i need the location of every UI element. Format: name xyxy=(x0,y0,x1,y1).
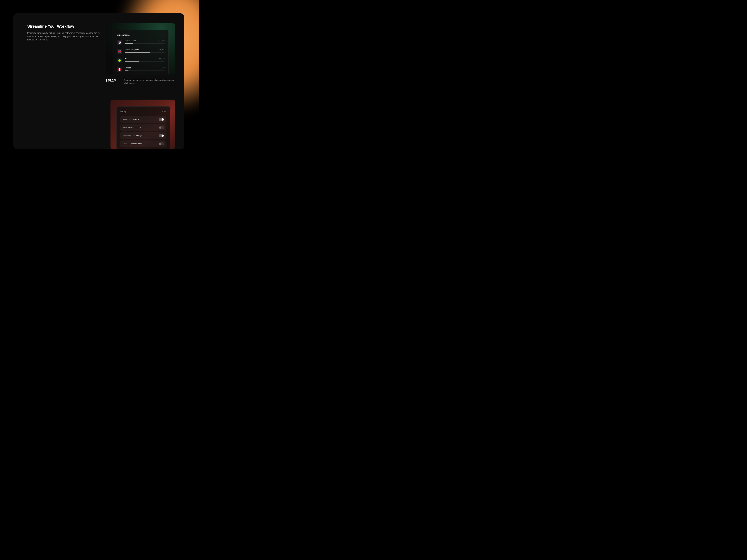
country-value: 12,234 xyxy=(159,40,165,42)
impressions-list: United States 12,234 United Kingdoms 114… xyxy=(117,40,165,72)
progress-bar xyxy=(125,71,165,71)
country-name: Canada xyxy=(125,67,131,69)
setup-card: Setup Allow to change title Show first t… xyxy=(110,100,175,149)
impressions-inner: Impressions United States 12,234 United xyxy=(113,30,169,75)
impressions-card: Impressions United States 12,234 United xyxy=(106,23,175,75)
impression-row: Canada 7,643 xyxy=(117,67,165,72)
setup-label: Allow to open test mode xyxy=(123,143,143,145)
setup-row: Allow customer payings xyxy=(120,132,166,139)
main-panel: Streamline Your Workflow Maximize produc… xyxy=(13,13,184,149)
impression-row: United States 12,234 xyxy=(117,40,165,45)
setup-inner: Setup Allow to change title Show first t… xyxy=(117,106,170,149)
stat-row: $45.2M Revenue generated from subscripti… xyxy=(106,79,175,85)
flag-icon xyxy=(117,67,122,72)
country-value: 114,987 xyxy=(158,49,165,51)
country-value: 45,653 xyxy=(159,58,165,60)
progress-bar xyxy=(125,61,165,62)
setup-row: Allow to open test mode xyxy=(120,140,166,147)
country-name: United Kingdoms xyxy=(125,49,139,51)
more-icon[interactable] xyxy=(161,35,165,35)
stat-value: $45.2M xyxy=(106,79,117,82)
stat-description: Revenue generated from subscription serv… xyxy=(124,79,175,85)
toggle-switch[interactable] xyxy=(159,142,164,145)
setup-list: Allow to change title Show first title i… xyxy=(120,116,166,147)
hero-description: Maximize productivity with our intuitive… xyxy=(27,31,100,42)
setup-label: Allow to change title xyxy=(123,118,139,121)
hero-title: Streamline Your Workflow xyxy=(27,24,100,29)
flag-icon xyxy=(117,49,122,54)
hero-section: Streamline Your Workflow Maximize produc… xyxy=(27,24,100,42)
impression-row: United Kingdoms 114,987 xyxy=(117,49,165,54)
flag-icon xyxy=(117,40,122,45)
flag-icon xyxy=(117,58,122,63)
setup-title: Setup xyxy=(120,110,126,113)
progress-bar xyxy=(125,52,165,53)
country-name: Brazil xyxy=(125,58,129,60)
setup-label: Show first title in store xyxy=(123,127,141,129)
setup-row: Show first title in store xyxy=(120,124,166,131)
toggle-switch[interactable] xyxy=(159,134,164,137)
more-icon[interactable] xyxy=(162,111,166,112)
setup-row: Allow to change title xyxy=(120,116,166,123)
impression-row: Brazil 45,653 xyxy=(117,58,165,63)
progress-bar xyxy=(125,44,165,44)
country-value: 7,643 xyxy=(160,67,165,69)
toggle-switch[interactable] xyxy=(159,118,164,121)
impressions-title: Impressions xyxy=(117,34,129,36)
setup-label: Allow customer payings xyxy=(123,135,142,137)
toggle-switch[interactable] xyxy=(159,126,164,129)
country-name: United States xyxy=(125,40,136,42)
